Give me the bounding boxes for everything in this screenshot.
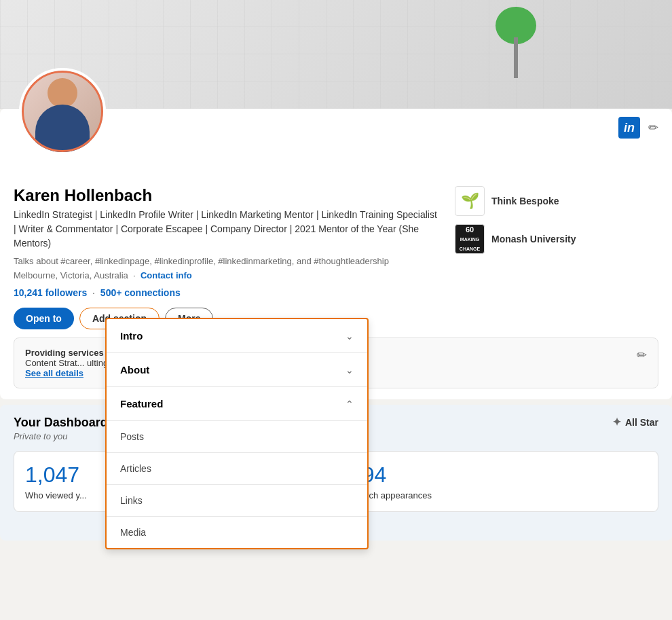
- dashboard-subtitle: Private to you: [14, 431, 108, 441]
- featured-chevron-icon: ⌃: [346, 399, 354, 409]
- monash-name: Monash University: [491, 234, 576, 244]
- open-to-button[interactable]: Open to: [14, 308, 74, 329]
- about-chevron-icon: ⌄: [346, 365, 354, 376]
- followers-info: 10,241 followers · 500+ connections: [14, 287, 441, 298]
- intro-chevron-icon: ⌄: [346, 331, 354, 342]
- company-monash[interactable]: 60MAKINGCHANGE Monash University: [455, 224, 658, 254]
- dropdown-featured-item[interactable]: Featured ⌃: [107, 387, 367, 421]
- dropdown-intro-item[interactable]: Intro ⌄: [107, 319, 367, 353]
- dropdown-articles-item[interactable]: Articles: [107, 453, 367, 485]
- providing-services-label: Providing services: [25, 348, 104, 358]
- tree-decoration: [485, 7, 536, 78]
- company-think-bespoke[interactable]: 🌱 Think Bespoke: [455, 186, 658, 216]
- companies-panel: 🌱 Think Bespoke 60MAKINGCHANGE Monash Un…: [441, 186, 658, 329]
- all-star-icon: ✦: [612, 416, 621, 428]
- search-number: 394: [350, 462, 647, 488]
- dashboard-title: Your Dashboard: [14, 416, 108, 430]
- search-label: Search appearances: [350, 490, 647, 500]
- all-star-badge: ✦ All Star: [612, 416, 658, 428]
- see-all-details-link[interactable]: See all details: [25, 368, 83, 378]
- connections-link[interactable]: 500+ connections: [100, 287, 181, 298]
- dropdown-links-item[interactable]: Links: [107, 485, 367, 517]
- avatar: [19, 68, 106, 155]
- services-edit-icon[interactable]: ✏: [637, 348, 647, 363]
- linkedin-icon: in: [618, 117, 640, 139]
- profile-tags: Talks about #career, #linkedinpage, #lin…: [14, 256, 441, 266]
- dropdown-posts-item[interactable]: Posts: [107, 421, 367, 453]
- think-bespoke-name: Think Bespoke: [491, 196, 559, 206]
- all-star-label: All Star: [625, 417, 658, 428]
- profile-headline: LinkedIn Strategist | LinkedIn Profile W…: [14, 208, 441, 251]
- contact-info-link[interactable]: Contact info: [141, 270, 192, 280]
- intro-label: Intro: [120, 330, 143, 342]
- media-label: Media: [120, 527, 146, 538]
- add-section-dropdown: Intro ⌄ About ⌄ Featured ⌃ Posts Article…: [105, 318, 369, 549]
- profile-name: Karen Hollenbach: [14, 186, 441, 205]
- followers-link[interactable]: 10,241 followers: [14, 287, 87, 298]
- dropdown-about-item[interactable]: About ⌄: [107, 353, 367, 387]
- stat-search-appearances[interactable]: 394 Search appearances: [339, 451, 658, 512]
- articles-label: Articles: [120, 463, 151, 474]
- posts-label: Posts: [120, 431, 144, 442]
- monash-logo: 60MAKINGCHANGE: [455, 224, 485, 254]
- profile-location: Melbourne, Victoria, Australia · Contact…: [14, 270, 441, 280]
- links-label: Links: [120, 495, 143, 506]
- think-bespoke-logo: 🌱: [455, 186, 485, 216]
- dropdown-media-item[interactable]: Media: [107, 517, 367, 548]
- about-label: About: [120, 364, 149, 376]
- featured-label: Featured: [120, 398, 163, 409]
- edit-profile-icon[interactable]: ✏: [648, 120, 658, 135]
